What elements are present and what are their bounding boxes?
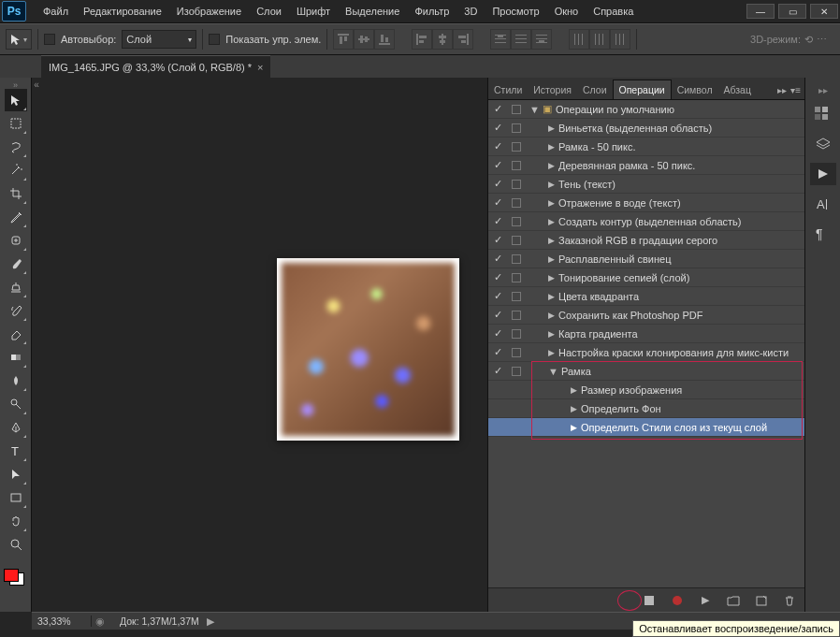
document-image[interactable]	[277, 258, 459, 441]
history-brush-tool[interactable]	[5, 299, 27, 322]
paragraph-panel-icon[interactable]: ¶	[810, 223, 836, 245]
distribute-top-icon[interactable]	[490, 29, 511, 50]
tab-paragraph[interactable]: Абзац	[718, 80, 757, 99]
canvas-area[interactable]: «	[32, 78, 487, 612]
show-controls-checkbox[interactable]	[209, 34, 220, 45]
rectangle-tool[interactable]	[5, 486, 27, 509]
move-tool-preset[interactable]: ▾	[6, 29, 32, 50]
lasso-tool[interactable]	[5, 136, 27, 158]
distribute-hcenter-icon[interactable]	[589, 29, 610, 50]
eraser-tool[interactable]	[5, 323, 27, 345]
action-subrow[interactable]: ▶Определить Фон	[488, 399, 804, 418]
toggle-check-icon[interactable]: ✓	[488, 103, 507, 115]
distribute-right-icon[interactable]	[610, 29, 630, 50]
doc-info-more-icon[interactable]: ▶	[207, 615, 214, 627]
align-bottom-icon[interactable]	[374, 29, 395, 50]
crop-tool[interactable]	[5, 182, 27, 205]
brush-tool[interactable]	[5, 253, 27, 275]
action-row-open[interactable]: ✓▼Рамка	[488, 362, 804, 381]
foreground-color[interactable]	[4, 569, 19, 582]
tab-layers[interactable]: Слои	[577, 80, 613, 99]
healing-brush-tool[interactable]	[5, 229, 27, 252]
tab-history[interactable]: История	[528, 80, 577, 99]
tab-character[interactable]: Символ	[672, 80, 718, 99]
distribute-vcenter-icon[interactable]	[511, 29, 531, 50]
record-button[interactable]	[670, 593, 685, 608]
gradient-tool[interactable]	[5, 346, 27, 369]
autoselect-checkbox[interactable]	[44, 34, 55, 45]
actions-panel-icon[interactable]	[810, 163, 836, 185]
status-info-icon[interactable]: ◉	[92, 615, 109, 627]
swatches-panel-icon[interactable]	[810, 103, 836, 125]
color-swatches[interactable]	[4, 569, 26, 586]
menu-select[interactable]: Выделение	[338, 2, 407, 21]
action-set-row[interactable]: ✓ ▼ ▣ Операции по умолчанию	[488, 100, 804, 119]
character-panel-icon[interactable]: A	[810, 193, 836, 215]
align-left-icon[interactable]	[412, 29, 432, 50]
panel-collapse-icon[interactable]: «	[32, 78, 41, 612]
window-maximize-button[interactable]: ▭	[778, 4, 806, 19]
action-row[interactable]: ✓▶Тень (текст)	[488, 175, 804, 194]
action-row[interactable]: ✓▶Цвета квадранта	[488, 287, 804, 306]
path-selection-tool[interactable]	[5, 463, 27, 485]
action-row[interactable]: ✓▶Виньетка (выделенная область)	[488, 119, 804, 138]
stop-recording-button[interactable]	[642, 593, 657, 608]
align-top-icon[interactable]	[333, 29, 354, 50]
hand-tool[interactable]	[5, 510, 27, 532]
action-subrow[interactable]: ▶Размер изображения	[488, 381, 804, 399]
menu-filter[interactable]: Фильтр	[407, 2, 456, 21]
magic-wand-tool[interactable]	[5, 159, 27, 181]
action-row[interactable]: ✓▶Сохранить как Photoshop PDF	[488, 306, 804, 325]
dodge-tool[interactable]	[5, 393, 27, 415]
action-row[interactable]: ✓▶Тонирование сепией (слой)	[488, 268, 804, 287]
menu-layers[interactable]: Слои	[249, 2, 289, 21]
expand-panels-icon[interactable]: ▸▸	[818, 85, 828, 95]
action-row[interactable]: ✓▶Заказной RGB в градации серого	[488, 231, 804, 250]
panel-scroll-icon[interactable]: ▸▸	[777, 85, 787, 95]
toggle-dialog-icon[interactable]	[512, 105, 521, 114]
action-row[interactable]: ✓▶Деревянная рамка - 50 пикс.	[488, 156, 804, 175]
tab-actions[interactable]: Операции	[613, 80, 672, 99]
type-tool[interactable]: T	[5, 440, 27, 462]
layers-panel-icon[interactable]	[810, 133, 836, 155]
close-tab-icon[interactable]: ×	[257, 62, 263, 73]
menu-file[interactable]: Файл	[36, 2, 76, 21]
action-row[interactable]: ✓▶Рамка - 50 пикс.	[488, 138, 804, 156]
new-action-button[interactable]	[754, 593, 769, 608]
document-tab[interactable]: IMG_1465.JPG @ 33,3% (Слой 0, RGB/8) * ×	[41, 55, 270, 78]
action-row[interactable]: ✓▶Настройка краски клонирования для микс…	[488, 343, 804, 362]
tab-styles[interactable]: Стили	[488, 80, 528, 99]
menu-image[interactable]: Изображение	[169, 2, 249, 21]
action-subrow-selected[interactable]: ▶Определить Стили слоя из текущ слой	[488, 418, 804, 437]
play-action-button[interactable]: ▶	[698, 593, 713, 608]
delete-button[interactable]	[782, 593, 797, 608]
3d-more-icon[interactable]: ⋯	[817, 34, 827, 46]
window-minimize-button[interactable]: —	[746, 4, 775, 19]
menu-help[interactable]: Справка	[586, 2, 641, 21]
marquee-tool[interactable]	[5, 112, 27, 135]
align-hcenter-icon[interactable]	[432, 29, 453, 50]
action-row[interactable]: ✓▶Расплавленный свинец	[488, 250, 804, 268]
menu-type[interactable]: Шрифт	[289, 2, 338, 21]
panel-menu-icon[interactable]: ▾≡	[790, 85, 801, 95]
menu-view[interactable]: Просмотр	[485, 2, 546, 21]
toolbar-expand-icon[interactable]: »	[7, 80, 25, 88]
blur-tool[interactable]	[5, 369, 27, 392]
zoom-tool[interactable]	[5, 533, 27, 556]
action-row[interactable]: ✓▶Создать контур (выделенная область)	[488, 212, 804, 231]
3d-orbit-icon[interactable]: ⟲	[804, 34, 813, 46]
pen-tool[interactable]	[5, 416, 27, 439]
clone-stamp-tool[interactable]	[5, 276, 27, 298]
distribute-bottom-icon[interactable]	[531, 29, 552, 50]
eyedropper-tool[interactable]	[5, 206, 27, 228]
autoselect-target-select[interactable]: Слой▾	[122, 30, 196, 49]
action-row[interactable]: ✓▶Карта градиента	[488, 325, 804, 343]
new-set-button[interactable]	[726, 593, 741, 608]
distribute-left-icon[interactable]	[569, 29, 589, 50]
window-close-button[interactable]: ✕	[810, 4, 838, 19]
align-vcenter-icon[interactable]	[354, 29, 374, 50]
menu-window[interactable]: Окно	[547, 2, 587, 21]
menu-3d[interactable]: 3D	[456, 2, 485, 21]
menu-edit[interactable]: Редактирование	[76, 2, 169, 21]
move-tool[interactable]	[5, 89, 27, 111]
